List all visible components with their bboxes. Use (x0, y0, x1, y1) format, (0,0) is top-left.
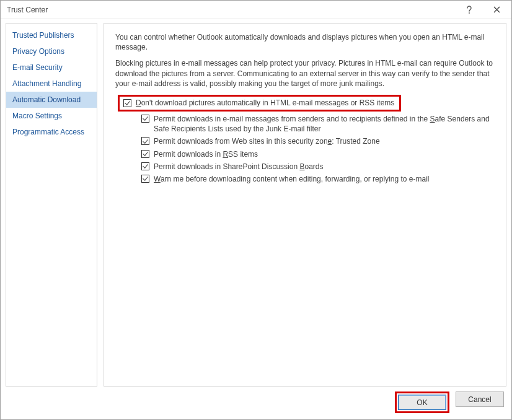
sidebar-item-programmatic-access[interactable]: Programmatic Access (6, 124, 97, 140)
highlight-main-option: Don't download pictures automatically in… (118, 95, 401, 112)
main-option-row: Don't download pictures automatically in… (118, 95, 495, 112)
close-icon (493, 6, 500, 13)
sidebar-item-label: Trusted Publishers (12, 31, 74, 40)
checkbox-sharepoint[interactable] (141, 162, 149, 170)
checkbox-trusted-zone[interactable] (141, 137, 149, 145)
checkbox-label: Permit downloads in e-mail messages from… (154, 114, 495, 134)
sidebar: Trusted Publishers Privacy Options E-mai… (6, 23, 97, 387)
button-label: OK (417, 398, 427, 407)
sidebar-item-label: E-mail Security (12, 63, 63, 72)
cancel-button[interactable]: Cancel (456, 392, 504, 407)
sidebar-item-email-security[interactable]: E-mail Security (6, 59, 97, 76)
sidebar-item-label: Automatic Download (12, 95, 81, 104)
sub-option-row: Warn me before downloading content when … (141, 174, 495, 184)
sidebar-item-privacy-options[interactable]: Privacy Options (6, 43, 97, 59)
intro-paragraph-1: You can control whether Outlook automati… (115, 32, 495, 52)
panes: Trusted Publishers Privacy Options E-mai… (6, 23, 506, 387)
sub-option-row: Permit downloads in SharePoint Discussio… (141, 162, 495, 172)
checkbox-label: Don't download pictures automatically in… (136, 98, 394, 107)
checkbox-rss-items[interactable] (141, 150, 149, 158)
sidebar-item-label: Privacy Options (12, 47, 64, 56)
close-button[interactable] (483, 1, 510, 19)
help-icon (466, 6, 473, 14)
checkbox-dont-download[interactable] (123, 99, 131, 107)
sub-option-row: Permit downloads from Web sites in this … (141, 136, 495, 146)
checkbox-warn-download[interactable] (141, 175, 149, 183)
sidebar-item-trusted-publishers[interactable]: Trusted Publishers (6, 27, 97, 43)
button-label: Cancel (468, 395, 491, 404)
sub-option-row: Permit downloads in e-mail messages from… (141, 114, 495, 134)
dialog-body: Trusted Publishers Privacy Options E-mai… (1, 19, 511, 419)
sidebar-item-attachment-handling[interactable]: Attachment Handling (6, 76, 97, 92)
checkbox-safe-senders[interactable] (141, 115, 149, 123)
sidebar-item-label: Programmatic Access (12, 128, 84, 136)
checkbox-label: Permit downloads in SharePoint Discussio… (154, 162, 324, 172)
content-pane: You can control whether Outlook automati… (104, 23, 506, 387)
sidebar-item-label: Attachment Handling (12, 79, 81, 88)
sub-option-row: Permit downloads in RSS items (141, 149, 495, 159)
highlight-ok-button: OK (395, 392, 449, 413)
titlebar: Trust Center (1, 1, 511, 19)
dialog-window: Trust Center Trusted Publishers Privacy … (0, 0, 512, 420)
svg-point-0 (469, 12, 470, 14)
sidebar-item-automatic-download[interactable]: Automatic Download (6, 92, 97, 108)
sidebar-item-label: Macro Settings (12, 112, 62, 120)
checkbox-label: Warn me before downloading content when … (154, 174, 429, 184)
help-button[interactable] (456, 1, 483, 19)
dialog-footer: OK Cancel (6, 387, 506, 414)
ok-button[interactable]: OK (398, 395, 446, 410)
sub-options: Permit downloads in e-mail messages from… (141, 114, 495, 184)
checkbox-label: Permit downloads from Web sites in this … (154, 136, 380, 146)
checkbox-label: Permit downloads in RSS items (154, 149, 258, 159)
intro-paragraph-2: Blocking pictures in e-mail messages can… (115, 58, 495, 89)
sidebar-item-macro-settings[interactable]: Macro Settings (6, 108, 97, 124)
window-title: Trust Center (7, 6, 456, 14)
